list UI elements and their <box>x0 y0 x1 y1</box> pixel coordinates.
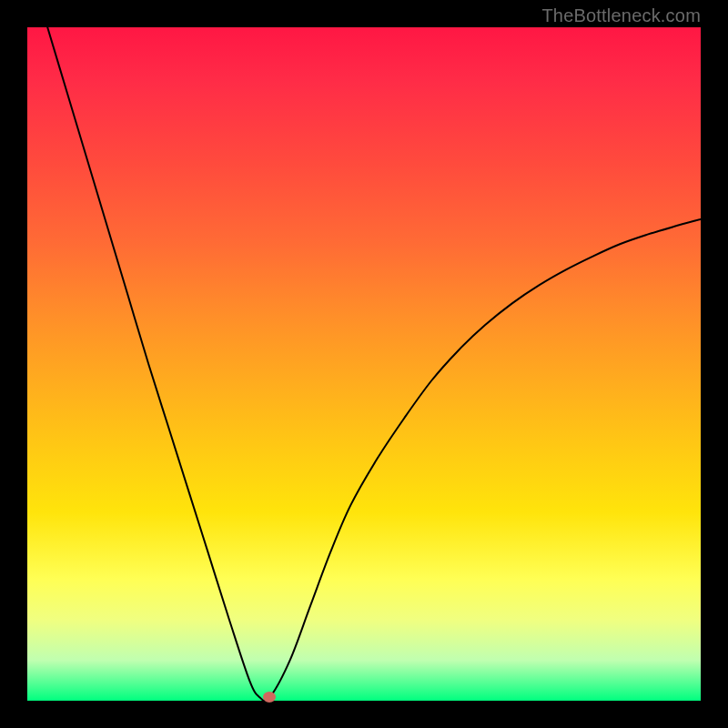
optimum-marker <box>263 692 276 703</box>
chart-frame: TheBottleneck.com <box>0 0 728 728</box>
bottleneck-curve <box>47 27 701 701</box>
attribution-label: TheBottleneck.com <box>541 5 701 26</box>
curve-svg <box>27 27 701 701</box>
plot-area <box>27 27 701 701</box>
